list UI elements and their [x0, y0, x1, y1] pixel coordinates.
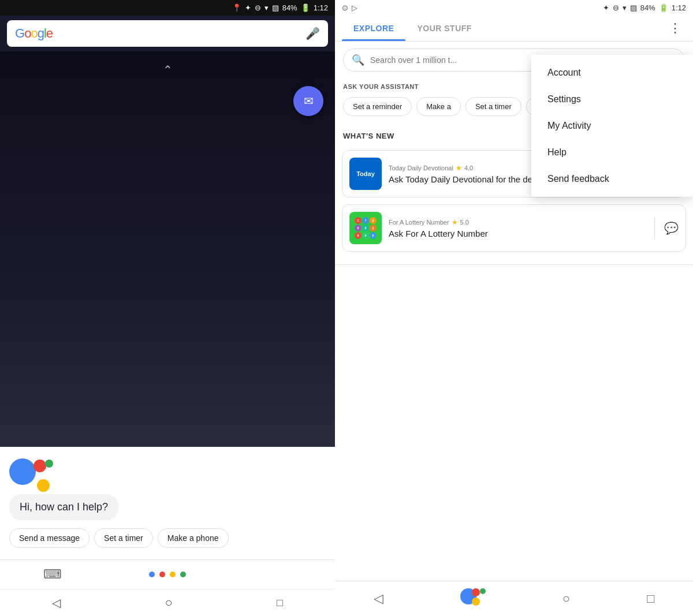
dropdown-account[interactable]: Account [531, 59, 693, 86]
wifi-icon: ▾ [264, 3, 269, 12]
floating-action-button[interactable]: ✉ [293, 86, 323, 116]
assistant-dot-blue [9, 458, 36, 485]
keyboard-icon[interactable]: ⌨ [43, 567, 62, 582]
card-source-lottery: For A Lottery Number [389, 219, 449, 226]
wifi-icon-r: ▾ [623, 3, 627, 12]
google-search-bar[interactable]: Google 🎤 [7, 20, 328, 47]
location-icon: 📍 [232, 3, 241, 12]
whats-new-label: WHAT'S NEW [343, 132, 394, 140]
ball-2: 7 [362, 217, 369, 224]
card-meta-lottery: For A Lottery Number ★ 5.0 [389, 218, 645, 226]
home-icon[interactable]: ○ [165, 595, 172, 610]
suggestion-chips: Send a message Set a timer Make a phone [9, 528, 326, 548]
as-dot-yellow [472, 598, 480, 606]
chip-make-phone[interactable]: Make a phone [158, 528, 229, 548]
card-thumb-lottery: 1 7 3 9 5 2 8 4 6 [349, 212, 382, 244]
battery-text-r: 84% [640, 3, 655, 12]
right-panel: ⊙ ▷ ✦ ⊖ ▾ ▨ 84% 🔋 1:12 EXPLORE YOUR STUF… [335, 0, 693, 616]
tab-explore[interactable]: EXPLORE [342, 16, 405, 41]
assistant-greeting: Hi, how can I help? [9, 494, 118, 520]
tab-bar: EXPLORE YOUR STUFF ⋮ [335, 16, 693, 42]
ball-9: 6 [370, 232, 377, 239]
dot-red [159, 572, 165, 577]
card-rating-lottery: 5.0 [460, 219, 469, 226]
bt-icon: ✦ [603, 3, 609, 12]
card-divider-lottery [654, 216, 655, 240]
card-title-lottery: Ask For A Lottery Number [389, 229, 645, 238]
dropdown-send-feedback[interactable]: Send feedback [531, 166, 693, 192]
ball-4: 9 [355, 225, 362, 232]
chevron-up-icon[interactable]: ⌃ [163, 63, 173, 77]
time-right: 1:12 [672, 3, 686, 12]
mic-icon[interactable]: 🎤 [305, 27, 320, 40]
battery-icon-r: 🔋 [659, 3, 668, 12]
more-options-icon[interactable]: ⋮ [664, 16, 686, 40]
star-icon-lottery: ★ [452, 218, 458, 226]
dnd-icon-r: ⊖ [613, 3, 619, 12]
assistant-area: Hi, how can I help? Send a message Set a… [0, 447, 335, 559]
star-icon-today: ★ [456, 164, 462, 172]
as-dot-red [472, 588, 480, 596]
ball-8: 4 [362, 232, 369, 239]
assistant-dot-yellow [37, 479, 50, 492]
dnd-icon: ⊖ [255, 3, 261, 12]
ball-3: 3 [370, 217, 377, 224]
android-nav-left: ◁ ○ □ [0, 589, 335, 616]
assistant-dot-red [33, 460, 46, 472]
ball-5: 5 [362, 225, 369, 232]
google-logo: Google [15, 26, 53, 41]
card-content-lottery: For A Lottery Number ★ 5.0 Ask For A Lot… [389, 218, 645, 238]
back-icon[interactable]: ◁ [52, 596, 61, 610]
card-action-lottery[interactable]: 💬 [664, 221, 679, 235]
card-lottery[interactable]: 1 7 3 9 5 2 8 4 6 For A Lottery Number ★… [342, 204, 686, 252]
bottom-nav-left: ⌨ ⌨ [0, 559, 335, 589]
battery-text: 84% [282, 3, 297, 12]
bluetooth-icon: ✦ [245, 3, 251, 12]
lottery-balls: 1 7 3 9 5 2 8 4 6 [353, 216, 378, 240]
assistant-logo [9, 458, 55, 494]
today-text: Today [356, 170, 375, 177]
ball-1: 1 [355, 217, 362, 224]
time-left: 1:12 [314, 3, 328, 12]
as-dot-green [480, 588, 486, 594]
assistant-chip-make[interactable]: Make a [416, 97, 461, 116]
message-icon: ✉ [304, 94, 314, 108]
bottom-nav-right: ◁ ○ □ [335, 581, 693, 616]
section-divider [335, 264, 693, 265]
dropdown-menu: Account Settings My Activity Help Send f… [531, 55, 693, 197]
card-source-today: Today Daily Devotional [389, 165, 453, 171]
assistant-chip-reminder[interactable]: Set a reminder [343, 97, 412, 116]
home-icon-right[interactable]: ○ [562, 591, 570, 606]
right-status-bar: ⊙ ▷ ✦ ⊖ ▾ ▨ 84% 🔋 1:12 [335, 0, 693, 16]
play-icon: ▷ [352, 3, 357, 12]
dot-blue [149, 572, 155, 577]
assistant-logo-small[interactable] [460, 588, 486, 609]
assistant-chip-timer[interactable]: Set a timer [465, 97, 521, 116]
dark-background-area: ⌃ ✉ [0, 51, 335, 447]
assistant-dot-green [45, 460, 53, 468]
tab-your-stuff[interactable]: YOUR STUFF [405, 16, 483, 41]
ball-7: 8 [355, 232, 362, 239]
dot-yellow [170, 572, 176, 577]
signal-icon: ▨ [272, 3, 279, 12]
dot-green [180, 572, 186, 577]
recents-icon-right[interactable]: □ [647, 591, 654, 606]
search-icon: 🔍 [352, 54, 364, 66]
ball-6: 2 [370, 225, 377, 232]
back-icon-right[interactable]: ◁ [374, 591, 383, 606]
card-rating-today: 4.0 [464, 165, 473, 171]
target-icon: ⊙ [342, 3, 348, 12]
chip-set-timer[interactable]: Set a timer [94, 528, 153, 548]
battery-icon: 🔋 [301, 3, 310, 12]
dropdown-settings[interactable]: Settings [531, 86, 693, 113]
dropdown-my-activity[interactable]: My Activity [531, 113, 693, 139]
card-thumb-today: Today [349, 158, 382, 190]
dropdown-help[interactable]: Help [531, 139, 693, 166]
dots-indicator [149, 572, 186, 577]
chip-send-message[interactable]: Send a message [9, 528, 90, 548]
left-status-bar: 📍 ✦ ⊖ ▾ ▨ 84% 🔋 1:12 [0, 0, 335, 16]
recents-icon[interactable]: □ [277, 597, 283, 609]
left-panel: 📍 ✦ ⊖ ▾ ▨ 84% 🔋 1:12 Google 🎤 ⌃ ✉ Hi, ho… [0, 0, 335, 616]
signal-icon-r: ▨ [630, 3, 637, 12]
